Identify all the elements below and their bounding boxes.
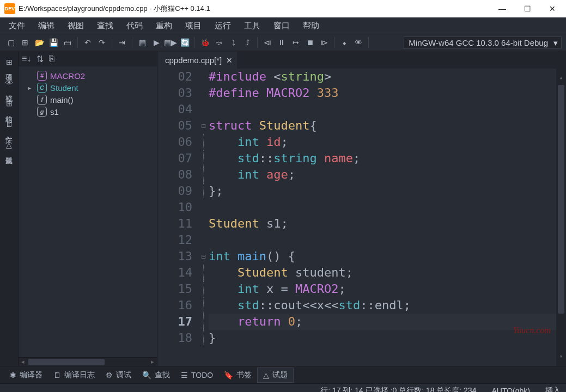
bottom-tab-调试[interactable]: ⚙调试 — [100, 368, 137, 382]
fold-marker[interactable]: ⊟ — [198, 118, 209, 134]
bottom-tab-TODO[interactable]: ☰TODO — [175, 369, 218, 382]
sort-type-icon[interactable]: ⇅ — [36, 54, 44, 64]
bottom-tab-查找[interactable]: 🔍查找 — [137, 368, 175, 382]
save-icon[interactable]: 💾 — [47, 36, 60, 49]
indent-icon[interactable]: ⇥ — [115, 36, 129, 49]
fold-marker — [198, 150, 209, 167]
bottom-tab-编译日志[interactable]: 🗒编译日志 — [48, 368, 100, 382]
rail-结构[interactable]: ⊞结构 — [1, 95, 17, 114]
menu-窗口[interactable]: 窗口 — [269, 20, 294, 32]
maximize-button[interactable]: ☐ — [515, 0, 540, 17]
scroll-down-icon[interactable]: ▾ — [556, 348, 566, 365]
encoding-label[interactable]: AUTO(gbk) — [491, 387, 530, 393]
run-icon[interactable]: ▶ — [150, 36, 163, 49]
code-line[interactable]: #include <string> — [209, 69, 556, 85]
watch-icon[interactable]: 👁 — [352, 36, 365, 49]
scroll-left-icon[interactable]: ◂ — [19, 358, 27, 365]
code-line[interactable]: return 0; — [209, 314, 556, 330]
code-line[interactable]: } — [209, 330, 556, 346]
outline-s1[interactable]: gs1 — [20, 106, 156, 118]
menu-代码[interactable]: 代码 — [122, 20, 147, 32]
fold-marker[interactable]: ⊟ — [198, 248, 209, 265]
outline-tree[interactable]: #MACRO2▸CStudentfmain()gs1 — [19, 66, 157, 357]
undo-icon[interactable]: ↶ — [81, 36, 94, 49]
step-into-icon[interactable]: ⤵ — [227, 36, 240, 49]
fold-column[interactable]: ⊟⊟ — [198, 69, 209, 366]
back-icon[interactable]: ⧏ — [261, 36, 274, 49]
menu-视图[interactable]: 视图 — [63, 20, 88, 32]
menu-工具[interactable]: 工具 — [240, 20, 265, 32]
next-icon[interactable]: ⧐ — [318, 36, 331, 49]
editor-tab[interactable]: cppdemo.cpp[*] ✕ — [157, 52, 237, 69]
code-line[interactable]: Student s1; — [209, 216, 556, 232]
code-editor[interactable]: 0203040506070809101112131415161718 ⊟⊟ #i… — [157, 69, 566, 366]
outline-Student[interactable]: ▸CStudent — [20, 82, 156, 94]
line-number: 08 — [157, 167, 192, 183]
close-button[interactable]: ✕ — [540, 0, 565, 17]
menu-重构[interactable]: 重构 — [151, 20, 177, 32]
scroll-right-icon[interactable]: ▸ — [148, 358, 157, 365]
editor-vscrollbar[interactable]: ▴ ▾ — [556, 69, 566, 366]
menu-项目[interactable]: 项目 — [181, 20, 206, 32]
bottom-tab-书签[interactable]: 🔖书签 — [218, 368, 257, 382]
code-line[interactable] — [209, 199, 556, 216]
stop-icon[interactable]: ⏹ — [303, 36, 317, 49]
panel-hscrollbar[interactable]: ◂ ▸ — [19, 357, 157, 366]
code-line[interactable]: }; — [209, 183, 556, 199]
rail-项目[interactable]: ⊞项目 — [1, 53, 17, 73]
pause-icon[interactable]: ⏸ — [275, 36, 288, 49]
menu-运行[interactable]: 运行 — [210, 20, 235, 32]
rail-试题集[interactable]: △试题集 — [1, 136, 17, 156]
code-content[interactable]: #include <string>#define MACRO2 333struc… — [209, 69, 556, 366]
debug-icon[interactable]: 🐞 — [198, 36, 211, 49]
menu-文件[interactable]: 文件 — [4, 20, 29, 32]
code-line[interactable]: int age; — [209, 167, 556, 183]
menu-查找[interactable]: 查找 — [93, 20, 118, 32]
menu-帮助[interactable]: 帮助 — [299, 20, 324, 32]
step-out-icon[interactable]: ⤴ — [241, 36, 254, 49]
line-number: 17 — [157, 314, 192, 330]
minimize-button[interactable]: ― — [490, 0, 515, 17]
new-file-icon[interactable]: ▢ — [4, 36, 17, 49]
compile-run-icon[interactable]: ▦▶ — [164, 36, 177, 49]
step-over-icon[interactable]: ⤼ — [212, 36, 226, 49]
code-line[interactable] — [209, 101, 556, 118]
sort-alpha-icon[interactable]: ≡↓ — [22, 54, 31, 64]
code-line[interactable]: int x = MACRO2; — [209, 281, 556, 297]
breakpoint-icon[interactable]: ⬥ — [338, 36, 351, 49]
rebuild-icon[interactable]: 🔄 — [178, 36, 191, 49]
code-line[interactable]: int main() { — [209, 248, 556, 265]
filter-icon[interactable]: ⎘ — [49, 54, 54, 64]
open-icon[interactable]: 📂 — [33, 36, 46, 49]
rail-监视[interactable]: 👁监视 — [1, 74, 17, 94]
line-number: 10 — [157, 199, 192, 216]
continue-icon[interactable]: ↦ — [289, 36, 302, 49]
rail-文件[interactable]: 🗎文件 — [1, 115, 17, 135]
compiler-select[interactable]: MinGW-w64 GCC 10.3.0 64-bit Debug — [404, 36, 562, 49]
compile-icon[interactable]: ▦ — [136, 36, 149, 49]
code-line[interactable]: std::string name; — [209, 150, 556, 167]
code-line[interactable] — [209, 232, 556, 248]
new-project-icon[interactable]: ⊞ — [19, 36, 32, 49]
line-number: 14 — [157, 265, 192, 281]
scroll-up-icon[interactable]: ▴ — [556, 70, 566, 86]
line-number: 18 — [157, 330, 192, 346]
outline-MACRO2[interactable]: #MACRO2 — [20, 70, 156, 82]
code-line[interactable]: struct Student{ — [209, 118, 556, 134]
redo-icon[interactable]: ↷ — [95, 36, 108, 49]
code-line[interactable]: int id; — [209, 134, 556, 150]
line-number: 09 — [157, 183, 192, 199]
code-line[interactable]: #define MACRO2 333 — [209, 85, 556, 101]
scroll-thumb[interactable] — [558, 85, 564, 314]
menu-编辑[interactable]: 编辑 — [34, 20, 59, 32]
outline-main()[interactable]: fmain() — [20, 94, 156, 106]
bottom-tab-编译器[interactable]: ✱编译器 — [4, 368, 48, 382]
scroll-thumb[interactable] — [28, 359, 105, 365]
tab-close-icon[interactable]: ✕ — [226, 56, 233, 65]
bottom-tab-试题[interactable]: △试题 — [257, 367, 294, 383]
code-line[interactable]: Student student; — [209, 265, 556, 281]
line-number: 02 — [157, 69, 192, 85]
code-line[interactable]: std::cout<<x<<std::endl; — [209, 297, 556, 314]
insert-mode[interactable]: 插入 — [545, 386, 561, 393]
save-all-icon[interactable]: 🗃 — [61, 36, 74, 49]
